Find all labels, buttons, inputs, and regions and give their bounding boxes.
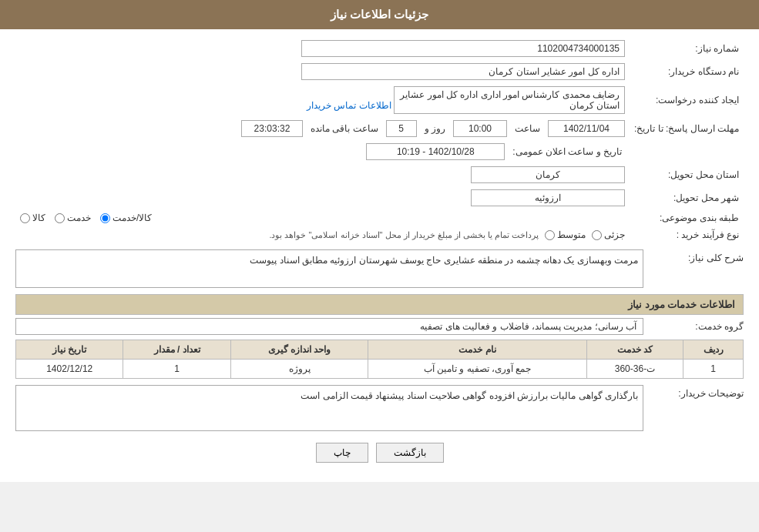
creator-value: رضایف محمدی کارشناس امور اداری اداره کل … xyxy=(394,86,625,114)
process-desc: پرداخت تمام یا بخشی از مبلغ خریدار از مح… xyxy=(269,230,539,240)
announce-label: تاریخ و ساعت اعلان عمومی: xyxy=(512,146,622,157)
process-jozi-label: جزئی xyxy=(604,229,625,240)
col-row: ردیف xyxy=(683,340,744,360)
col-name: نام خدمت xyxy=(368,340,586,360)
back-button[interactable]: بازگشت xyxy=(376,443,444,463)
city-value: ارزوئیه xyxy=(471,189,625,206)
service-group-label: گروه خدمت: xyxy=(643,321,744,332)
col-date: تاریخ نیاز xyxy=(16,340,123,360)
days-value: 5 xyxy=(386,120,417,137)
service-group-value: آب رسانی؛ مدیریت پسماند، فاضلاب و فعالیت… xyxy=(15,318,643,335)
buyer-notes-label: توضیحات خریدار: xyxy=(643,385,744,399)
col-unit: واحد اندازه گیری xyxy=(230,340,368,360)
requester-org-value: اداره کل امور عشایر استان کرمان xyxy=(301,63,625,80)
remaining-value: 23:03:32 xyxy=(241,120,303,137)
cat-kala-label: کالا xyxy=(32,212,45,223)
buyer-notes-box: بارگذاری گواهی مالیات برارزش افزوده گواه… xyxy=(15,385,643,431)
description-label: شرح کلی نیاز: xyxy=(643,249,744,263)
process-jozi-radio[interactable] xyxy=(592,230,602,240)
deadline-date: 1402/11/04 xyxy=(548,120,625,137)
process-label: نوع فرآیند خرید : xyxy=(630,226,744,243)
deadline-label: مهلت ارسال پاسخ: تا تاریخ: xyxy=(630,117,744,140)
page-header: جزئیات اطلاعات نیاز xyxy=(0,0,759,29)
col-count: تعداد / مقدار xyxy=(123,340,230,360)
table-row: 1ت-36-360جمع آوری، تصفیه و تامین آبپروژه… xyxy=(16,360,744,379)
announce-value: 1402/10/28 - 10:19 xyxy=(366,143,505,160)
requester-org-label: نام دستگاه خریدار: xyxy=(630,60,744,83)
buyer-notes-value: بارگذاری گواهی مالیات برارزش افزوده گواه… xyxy=(301,390,638,401)
cat-kala-khadamat-label: کالا/خدمت xyxy=(113,212,152,223)
deadline-time: 10:00 xyxy=(453,120,507,137)
cat-khadamat-radio[interactable] xyxy=(55,213,65,223)
print-button[interactable]: چاپ xyxy=(316,443,368,463)
cat-kala-radio[interactable] xyxy=(20,213,30,223)
header-title: جزئیات اطلاعات نیاز xyxy=(331,8,428,21)
category-label: طبقه بندی موضوعی: xyxy=(630,209,744,226)
province-label: استان محل تحویل: xyxy=(630,163,744,186)
days-label: روز و xyxy=(425,123,445,134)
button-row: بازگشت چاپ xyxy=(15,443,744,463)
province-value: کرمان xyxy=(471,166,625,183)
description-box: مرمت وبهسازی یک دهانه چشمه در منطقه عشای… xyxy=(15,249,643,288)
services-section-title: اطلاعات خدمات مورد نیاز xyxy=(15,294,744,315)
services-table: ردیف کد خدمت نام خدمت واحد اندازه گیری ت… xyxy=(15,340,744,379)
process-motavaset-radio[interactable] xyxy=(545,230,555,240)
remaining-label: ساعت باقی مانده xyxy=(311,123,378,134)
cat-khadamat-label: خدمت xyxy=(67,212,91,223)
need-number-value: 1102004734000135 xyxy=(301,40,625,57)
need-number-label: شماره نیاز: xyxy=(630,37,744,60)
creator-label: ایجاد کننده درخواست: xyxy=(630,83,744,117)
city-label: شهر محل تحویل: xyxy=(630,186,744,209)
cat-kala-khadamat-radio[interactable] xyxy=(100,213,110,223)
contact-info-link[interactable]: اطلاعات تماس خریدار xyxy=(307,100,391,111)
process-motavaset-label: متوسط xyxy=(557,229,586,240)
col-code: کد خدمت xyxy=(586,340,683,360)
description-value: مرمت وبهسازی یک دهانه چشمه در منطقه عشای… xyxy=(250,255,638,266)
time-label: ساعت xyxy=(515,123,540,134)
